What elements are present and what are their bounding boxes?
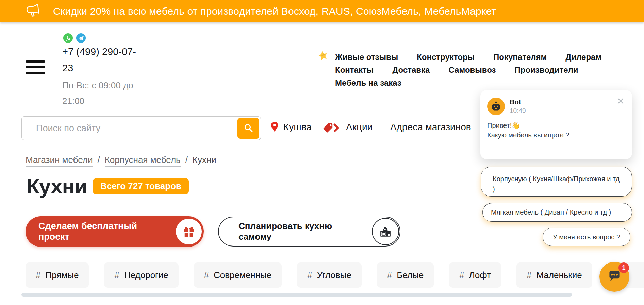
horizontal-scrollbar[interactable]	[21, 293, 572, 297]
map-pin-icon	[270, 121, 279, 135]
page-title: Кухни	[27, 174, 87, 198]
unread-count-badge: 1	[618, 262, 629, 273]
free-project-label: Сделаем бесплатный проект	[38, 221, 137, 242]
whatsapp-icon[interactable]	[63, 33, 73, 43]
hamburger-bar	[26, 72, 45, 74]
chat-question: Какую мебель вы ищете ?	[487, 131, 569, 139]
tag-chip-white[interactable]: # Белые	[377, 262, 434, 288]
plan-kitchen-label: Спланировать кухню самому	[238, 221, 332, 242]
tag-chip-corner[interactable]: # Угловые	[297, 262, 362, 288]
chat-option-soft-furniture[interactable]: Мягкая мебель ( Диван / Кресло и тд )	[482, 203, 632, 222]
kitchen-icon	[372, 218, 399, 245]
gift-icon	[176, 219, 202, 244]
city-selector-link[interactable]: Кушва	[283, 122, 312, 135]
chat-timestamp: 10:49	[510, 107, 526, 115]
search-icon	[243, 123, 253, 134]
breadcrumb-separator: /	[185, 155, 188, 165]
hamburger-bar	[26, 60, 45, 63]
store-addresses-link[interactable]: Адреса магазинов	[390, 122, 471, 135]
main-nav: Живые отзывы Конструкторы Покупателям Ди…	[335, 53, 617, 91]
nav-item-delivery[interactable]: Доставка	[392, 66, 430, 74]
nav-item-pickup[interactable]: Самовывоз	[448, 66, 496, 74]
bot-avatar	[487, 98, 505, 115]
nav-item-constructors[interactable]: Конструкторы	[417, 53, 475, 61]
tag-chip-straight[interactable]: # Прямые	[26, 262, 89, 288]
breadcrumb-category[interactable]: Корпусная мебель	[105, 155, 181, 167]
tag-chips-row: # Прямые # Недорогие # Современные # Угл…	[26, 262, 644, 288]
nav-item-manufacturers[interactable]: Производители	[515, 66, 578, 74]
page: Скидки 20% на всю мебель от производител…	[0, 0, 644, 305]
hamburger-menu-button[interactable]	[26, 60, 45, 74]
star-mascot-icon	[317, 49, 330, 64]
telegram-icon[interactable]	[76, 33, 86, 43]
site-search	[21, 116, 261, 140]
chat-option-cabinet-furniture[interactable]: Корпусную ( Кухня/Шкаф/Прихожая и тд )	[481, 167, 632, 197]
promotions-link[interactable]: Акции	[346, 122, 373, 135]
breadcrumb-home[interactable]: Магазин мебели	[26, 155, 93, 167]
nav-item-reviews[interactable]: Живые отзывы	[335, 53, 398, 61]
bot-name: Bot	[510, 98, 521, 106]
chat-option-question[interactable]: У меня есть вопрос ?	[543, 228, 630, 246]
nav-item-dealers[interactable]: Дилерам	[565, 53, 601, 61]
megaphone-icon	[25, 3, 41, 20]
price-tags-icon	[323, 122, 341, 135]
hamburger-bar	[26, 66, 45, 68]
chat-launcher-button[interactable]: 1	[599, 262, 629, 292]
tag-chip-small[interactable]: # Маленькие	[516, 262, 592, 288]
tag-chip-modern[interactable]: # Современные	[194, 262, 282, 288]
breadcrumb-current: Кухни	[193, 155, 216, 165]
tag-chip-loft[interactable]: # Лофт	[449, 262, 501, 288]
promo-banner-text: Скидки 20% на всю мебель от производител…	[53, 5, 496, 17]
promo-banner: Скидки 20% на всю мебель от производител…	[0, 0, 644, 22]
breadcrumb: Магазин мебели / Корпусная мебель / Кухн…	[26, 155, 216, 167]
search-input[interactable]	[22, 117, 240, 140]
free-project-button[interactable]: Сделаем бесплатный проект	[26, 216, 204, 247]
tag-chip-cheap[interactable]: # Недорогие	[104, 262, 178, 288]
working-hours: Пн-Вс: с 09:00 до 21:00	[62, 78, 143, 109]
breadcrumb-separator: /	[97, 155, 100, 165]
chat-greeting: Привет!👋	[487, 121, 520, 130]
close-icon[interactable]	[616, 96, 625, 106]
nav-item-contacts[interactable]: Контакты	[335, 66, 374, 74]
phone-number[interactable]: +7 (499) 290-07-23	[62, 44, 145, 76]
plan-kitchen-button[interactable]: Спланировать кухню самому	[218, 217, 400, 247]
search-button[interactable]	[237, 118, 259, 139]
products-count-badge: Всего 727 товаров	[93, 178, 189, 194]
nav-item-custom-furniture[interactable]: Мебель на заказ	[335, 79, 401, 87]
nav-item-buyers[interactable]: Покупателям	[493, 53, 547, 61]
chat-widget: Bot 10:49 Привет!👋 Какую мебель вы ищете…	[480, 90, 632, 159]
